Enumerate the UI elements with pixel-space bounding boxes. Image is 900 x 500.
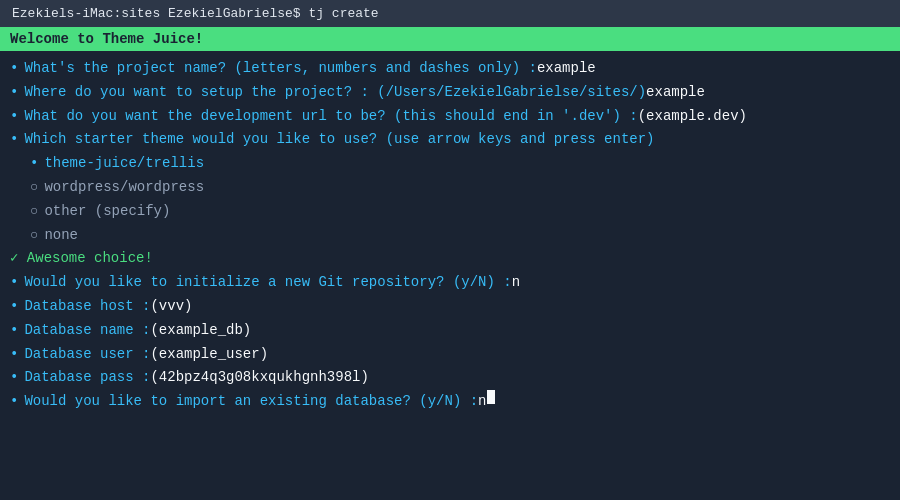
option-label: none <box>44 224 78 248</box>
line-dev-url: • What do you want the development url t… <box>10 105 890 129</box>
bullet-hollow-icon: ○ <box>30 224 38 248</box>
question-text: Database name : <box>24 319 150 343</box>
welcome-text: Welcome to Theme Juice! <box>10 31 203 47</box>
theme-option-none: ○ none <box>30 224 890 248</box>
bullet-icon: • <box>10 128 18 152</box>
bullet-icon: • <box>10 390 18 414</box>
terminal-title: Ezekiels-iMac:sites EzekielGabrielse$ tj… <box>12 6 379 21</box>
welcome-banner: Welcome to Theme Juice! <box>0 27 900 51</box>
answer-value: (example_user) <box>150 343 268 367</box>
option-label: wordpress/wordpress <box>44 176 204 200</box>
line-db-name: • Database name : (example_db) <box>10 319 890 343</box>
question-text: Database user : <box>24 343 150 367</box>
bullet-hollow-icon: ○ <box>30 176 38 200</box>
option-label: other (specify) <box>44 200 170 224</box>
answer-value: example <box>646 81 705 105</box>
question-text: Where do you want to setup the project? … <box>24 81 646 105</box>
bullet-icon: • <box>10 271 18 295</box>
line-import-db: • Would you like to import an existing d… <box>10 390 890 414</box>
answer-value: example <box>537 57 596 81</box>
option-label: theme-juice/trellis <box>44 152 204 176</box>
answer-value: (42bpz4q3g08kxqukhgnh398l) <box>150 366 368 390</box>
question-text: What's the project name? (letters, numbe… <box>24 57 536 81</box>
bullet-icon: • <box>10 343 18 367</box>
bullet-icon: • <box>10 81 18 105</box>
line-starter-theme: • Which starter theme would you like to … <box>10 128 890 152</box>
theme-option-trellis: • theme-juice/trellis <box>30 152 890 176</box>
answer-value: (example.dev) <box>638 105 747 129</box>
answer-value: n <box>512 271 520 295</box>
question-text: Database pass : <box>24 366 150 390</box>
line-awesome: ✓ Awesome choice! <box>10 247 890 271</box>
bullet-icon: • <box>10 295 18 319</box>
question-text: Would you like to initialize a new Git r… <box>24 271 511 295</box>
title-bar: Ezekiels-iMac:sites EzekielGabrielse$ tj… <box>0 0 900 27</box>
bullet-icon: • <box>10 366 18 390</box>
question-text: Would you like to import an existing dat… <box>24 390 478 414</box>
answer-value: (vvv) <box>150 295 192 319</box>
cursor <box>487 390 495 404</box>
answer-value: n <box>478 390 486 414</box>
line-project-name: • What's the project name? (letters, num… <box>10 57 890 81</box>
line-db-user: • Database user : (example_user) <box>10 343 890 367</box>
question-text: Which starter theme would you like to us… <box>24 128 654 152</box>
theme-options: • theme-juice/trellis ○ wordpress/wordpr… <box>30 152 890 247</box>
terminal-content: • What's the project name? (letters, num… <box>0 51 900 500</box>
answer-value: (example_db) <box>150 319 251 343</box>
terminal: Ezekiels-iMac:sites EzekielGabrielse$ tj… <box>0 0 900 500</box>
bullet-hollow-icon: ○ <box>30 200 38 224</box>
question-text: Database host : <box>24 295 150 319</box>
theme-option-other: ○ other (specify) <box>30 200 890 224</box>
question-text: What do you want the development url to … <box>24 105 637 129</box>
line-db-pass: • Database pass : (42bpz4q3g08kxqukhgnh3… <box>10 366 890 390</box>
awesome-text: ✓ Awesome choice! <box>10 247 153 271</box>
bullet-icon: • <box>10 105 18 129</box>
bullet-filled-icon: • <box>30 152 38 176</box>
bullet-icon: • <box>10 57 18 81</box>
line-setup-path: • Where do you want to setup the project… <box>10 81 890 105</box>
line-db-host: • Database host : (vvv) <box>10 295 890 319</box>
bullet-icon: • <box>10 319 18 343</box>
line-git-repo: • Would you like to initialize a new Git… <box>10 271 890 295</box>
theme-option-wordpress: ○ wordpress/wordpress <box>30 176 890 200</box>
